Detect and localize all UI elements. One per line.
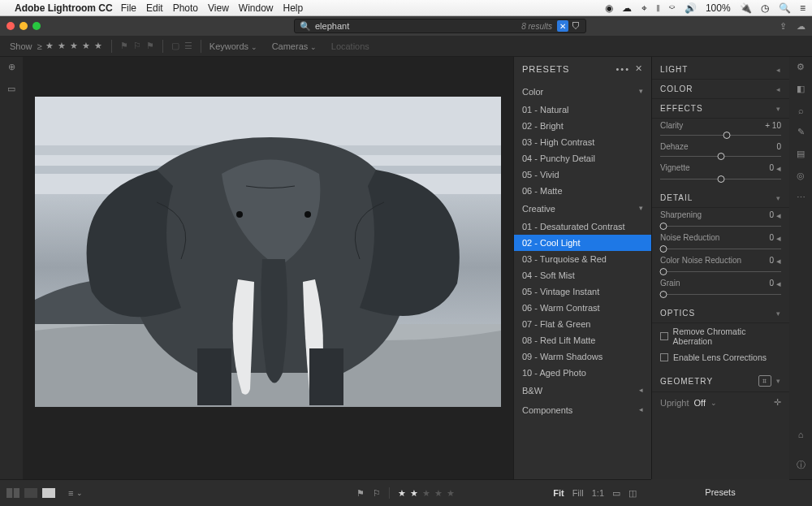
menu-icon[interactable]: ≡: [800, 2, 806, 14]
preset-item[interactable]: 04 - Punchy Detail: [514, 150, 651, 167]
preset-item[interactable]: 09 - Warm Shadows: [514, 348, 651, 365]
minimize-window-button[interactable]: [19, 22, 28, 30]
preset-item[interactable]: 07 - Flat & Green: [514, 316, 651, 332]
zoom-1to1[interactable]: 1:1: [592, 488, 604, 498]
preset-item[interactable]: 05 - Vintage Instant: [514, 283, 651, 300]
healing-icon[interactable]: ⌕: [798, 106, 804, 115]
flag-reject-icon[interactable]: ⚐: [373, 488, 381, 499]
reset-icon[interactable]: ◂: [776, 163, 781, 174]
add-guide-icon[interactable]: ✛: [774, 397, 781, 408]
cameras-dropdown[interactable]: Cameras: [272, 41, 317, 51]
cloud-status-icon[interactable]: ☁: [797, 21, 806, 32]
slider-color-noise[interactable]: Color Noise Reduction0◂: [652, 253, 789, 276]
section-detail[interactable]: DETAIL▾: [652, 188, 789, 208]
menu-window[interactable]: Window: [239, 2, 274, 14]
flag-reject-icon[interactable]: ⚑: [146, 41, 154, 51]
reset-icon[interactable]: ◂: [776, 256, 781, 266]
preset-item[interactable]: 01 - Desaturated Contrast: [514, 218, 651, 235]
tag-icon[interactable]: ⌂: [798, 430, 804, 439]
menu-photo[interactable]: Photo: [173, 2, 198, 14]
rating-filter-gte-icon[interactable]: ≥: [37, 41, 42, 51]
preset-group-creative[interactable]: Creative▾: [514, 199, 651, 218]
preset-item[interactable]: 01 - Natural: [514, 102, 651, 118]
rating-filter-stars[interactable]: ★ ★ ★ ★ ★: [45, 41, 103, 51]
preset-item[interactable]: 10 - Aged Photo: [514, 365, 651, 381]
checkbox-chromatic[interactable]: Remove Chromatic Aberration: [652, 323, 789, 349]
keywords-dropdown[interactable]: Keywords: [209, 41, 257, 51]
flag-unflagged-icon[interactable]: ⚐: [133, 41, 141, 51]
cloud-icon[interactable]: ☁: [622, 2, 632, 14]
preset-item[interactable]: 05 - Vivid: [514, 167, 651, 183]
share-icon[interactable]: ⇪: [780, 21, 787, 32]
radial-gradient-icon[interactable]: ◎: [797, 171, 805, 181]
section-color[interactable]: COLOR◂: [652, 80, 789, 99]
preset-item[interactable]: 06 - Matte: [514, 183, 651, 199]
checkbox-lens[interactable]: Enable Lens Corrections: [652, 349, 789, 365]
edit-footer-presets[interactable]: Presets: [651, 479, 789, 506]
filter-icon[interactable]: ⛉: [572, 21, 581, 31]
preset-item[interactable]: 06 - Warm Contrast: [514, 300, 651, 316]
flag-pick-icon[interactable]: ⚑: [120, 41, 128, 51]
slider-clarity[interactable]: Clarity+ 10: [652, 119, 789, 140]
flag-pick-icon[interactable]: ⚑: [356, 488, 365, 499]
compare-icon[interactable]: ◫: [628, 488, 637, 499]
preset-item[interactable]: 02 - Bright: [514, 118, 651, 134]
search-box[interactable]: 🔍 8 results ✕ ⛉: [294, 19, 586, 33]
upright-row[interactable]: Upright Off ⌄ ✛: [652, 392, 789, 413]
slider-dehaze[interactable]: Dehaze0: [652, 140, 789, 161]
preset-item[interactable]: 03 - High Contrast: [514, 134, 651, 150]
close-window-button[interactable]: [6, 22, 15, 30]
menu-help[interactable]: Help: [283, 2, 304, 14]
presets-menu-icon[interactable]: •••: [615, 64, 630, 74]
single-view-icon[interactable]: [42, 488, 55, 498]
menu-view[interactable]: View: [208, 2, 229, 14]
view-square-icon[interactable]: ▢: [171, 41, 179, 51]
geometry-tool-icon[interactable]: ⌗: [758, 375, 771, 387]
preset-group-components[interactable]: Components◂: [514, 400, 651, 420]
section-light[interactable]: LIGHT◂: [652, 60, 789, 80]
clear-search-button[interactable]: ✕: [557, 20, 568, 32]
add-photos-icon[interactable]: ⊕: [8, 62, 15, 72]
battery-icon[interactable]: 🔌: [740, 2, 752, 14]
more-icon[interactable]: ⋯: [797, 192, 806, 203]
filmstrip-icon[interactable]: ▭: [612, 488, 620, 499]
volume-icon[interactable]: 🔊: [685, 2, 697, 14]
menu-edit[interactable]: Edit: [146, 2, 163, 14]
zoom-fill[interactable]: Fill: [572, 488, 584, 498]
grid-small-icon[interactable]: [6, 488, 19, 498]
zoom-fit[interactable]: Fit: [553, 488, 564, 498]
rating-stars[interactable]: ★ ★ ★ ★ ★: [398, 488, 456, 499]
photo-canvas[interactable]: [23, 57, 513, 479]
preset-group-color[interactable]: Color▾: [514, 82, 651, 102]
app-name[interactable]: Adobe Lightroom CC: [15, 2, 113, 14]
grid-large-icon[interactable]: [24, 488, 37, 498]
photo-preview[interactable]: [35, 97, 501, 407]
slider-grain[interactable]: Grain0◂: [652, 276, 789, 299]
section-geometry[interactable]: GEOMETRY⌗▾: [652, 370, 789, 392]
clock-icon[interactable]: ◷: [761, 2, 769, 14]
section-optics[interactable]: OPTICS▾: [652, 304, 789, 323]
locations-dropdown[interactable]: Locations: [331, 41, 369, 51]
cloud-sync-icon[interactable]: ◉: [605, 2, 613, 14]
preset-item[interactable]: 02 - Cool Light: [514, 235, 651, 251]
view-list-icon[interactable]: ☰: [184, 41, 192, 51]
preset-item[interactable]: 03 - Turquoise & Red: [514, 251, 651, 267]
linear-gradient-icon[interactable]: ▤: [797, 149, 805, 159]
slider-vignette[interactable]: Vignette0◂: [652, 161, 789, 184]
reset-icon[interactable]: ◂: [776, 233, 781, 244]
slider-noise[interactable]: Noise Reduction0◂: [652, 231, 789, 253]
preset-item[interactable]: 04 - Soft Mist: [514, 267, 651, 283]
reset-icon[interactable]: ◂: [776, 210, 781, 221]
info-icon[interactable]: ⓘ: [797, 459, 806, 471]
sort-dropdown[interactable]: ≡⌄: [68, 488, 83, 498]
presets-close-button[interactable]: ✕: [635, 63, 643, 74]
wifi-icon[interactable]: ⌔: [669, 2, 675, 14]
reset-icon[interactable]: ◂: [776, 279, 781, 289]
edit-sliders-icon[interactable]: ⚙: [797, 62, 805, 72]
search-input[interactable]: [315, 21, 521, 31]
slider-sharpening[interactable]: Sharpening0◂: [652, 208, 789, 231]
spotlight-icon[interactable]: 🔍: [779, 2, 791, 14]
my-photos-icon[interactable]: ▭: [7, 84, 15, 94]
section-effects[interactable]: EFFECTS▾: [652, 99, 789, 119]
menu-file[interactable]: File: [121, 2, 136, 14]
